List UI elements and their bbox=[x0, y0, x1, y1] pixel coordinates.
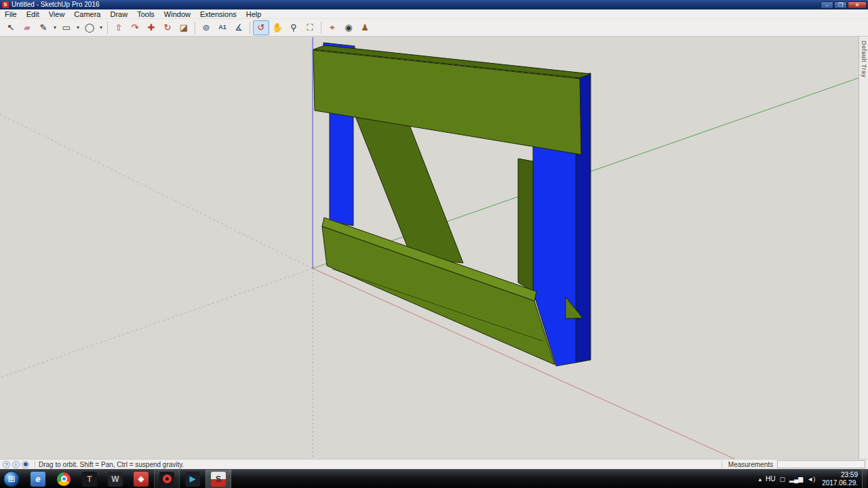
line-tool-dropdown[interactable]: ▾ bbox=[52, 20, 58, 35]
follow-me-icon: ↷ bbox=[132, 23, 139, 32]
text-icon: A1 bbox=[218, 24, 226, 30]
menu-file[interactable]: File bbox=[0, 9, 22, 19]
taskbar-world-of-tanks[interactable]: T bbox=[77, 470, 102, 488]
circle-tool[interactable]: ◯ bbox=[81, 20, 98, 35]
model-viewport[interactable]: Default Tray bbox=[0, 37, 868, 459]
look-around-icon: ◉ bbox=[344, 23, 352, 32]
close-button[interactable]: ✕ bbox=[848, 1, 867, 9]
follow-me-tool[interactable]: ↷ bbox=[127, 20, 143, 35]
shapes-tool-dropdown[interactable]: ▾ bbox=[75, 20, 81, 35]
rotate-icon: ↻ bbox=[164, 23, 172, 32]
default-tray-label: Default Tray bbox=[861, 37, 867, 78]
volume-icon[interactable]: ◄) bbox=[807, 476, 815, 483]
credits-icon[interactable]: i bbox=[12, 461, 20, 468]
status-divider bbox=[35, 461, 35, 468]
system-tray: ▴ HU ▢ ▂▄▆ ◄) 23:59 2017.06.29. bbox=[759, 470, 868, 488]
diagonal-brace-upper-end[interactable] bbox=[518, 159, 533, 291]
text-tool[interactable]: A1 bbox=[214, 20, 231, 35]
zoom-extents-tool[interactable]: ⛶ bbox=[302, 20, 318, 35]
media-player-icon: ▶ bbox=[185, 472, 200, 487]
window-title: Untitled - SketchUp Pro 2016 bbox=[12, 0, 821, 9]
taskbar-wargaming-center[interactable]: W bbox=[102, 470, 128, 488]
red-media-app-icon: ◈ bbox=[134, 472, 149, 487]
status-hint: Drag to orbit. Shift = Pan, Ctrl = suspe… bbox=[39, 461, 718, 468]
menu-window[interactable]: Window bbox=[159, 9, 195, 19]
hidden-icons-button[interactable]: ▴ bbox=[759, 476, 762, 483]
tape-measure-tool[interactable]: ⊚ bbox=[198, 20, 214, 35]
chrome-dot bbox=[62, 477, 66, 481]
taskbar-media-player[interactable]: ▶ bbox=[180, 470, 205, 488]
line-tool[interactable]: ✎ bbox=[35, 20, 52, 35]
measurements-input[interactable] bbox=[777, 460, 865, 468]
toolbar-separator bbox=[250, 22, 250, 34]
title-bar: S Untitled - SketchUp Pro 2016 – ❐ ✕ bbox=[0, 0, 868, 9]
taskbar-sketchup[interactable]: S bbox=[205, 470, 231, 488]
taskbar-chrome[interactable] bbox=[51, 470, 77, 488]
select-tool[interactable]: ↖ bbox=[3, 20, 19, 35]
world-of-tanks-icon: T bbox=[82, 472, 97, 487]
toolbar-separator bbox=[107, 22, 108, 34]
minimize-button[interactable]: – bbox=[821, 1, 833, 9]
model-canvas[interactable] bbox=[0, 37, 859, 459]
clock-date: 2017.06.29. bbox=[822, 479, 858, 487]
menu-camera[interactable]: Camera bbox=[69, 9, 105, 19]
eraser-tool[interactable]: ▰ bbox=[19, 20, 35, 35]
pencil-icon: ✎ bbox=[40, 23, 47, 32]
orbit-icon: ↺ bbox=[258, 23, 265, 32]
push-pull-icon: ⇧ bbox=[115, 23, 123, 32]
taskbar-red-media-app[interactable]: ◈ bbox=[128, 470, 154, 488]
wargaming-icon: W bbox=[108, 472, 123, 487]
menu-extensions[interactable]: Extensions bbox=[195, 9, 241, 19]
circle-icon: ◯ bbox=[85, 23, 95, 32]
look-around-tool[interactable]: ◉ bbox=[340, 20, 357, 35]
rotate-tool[interactable]: ↻ bbox=[159, 20, 176, 35]
taskbar-clock[interactable]: 23:59 2017.06.29. bbox=[819, 471, 858, 487]
default-tray-tab[interactable]: Default Tray bbox=[859, 37, 868, 459]
circle-tool-dropdown[interactable]: ▾ bbox=[98, 20, 104, 35]
shapes-tool[interactable]: ▭ bbox=[58, 20, 75, 35]
pan-tool[interactable]: ✋ bbox=[269, 20, 285, 35]
move-icon: ✚ bbox=[148, 23, 155, 32]
sketchup-icon: S bbox=[211, 472, 226, 487]
menu-edit[interactable]: Edit bbox=[22, 9, 44, 19]
menu-draw[interactable]: Draw bbox=[105, 9, 132, 19]
menu-tools[interactable]: Tools bbox=[132, 9, 159, 19]
paint-bucket-tool[interactable]: ◪ bbox=[176, 20, 192, 35]
zoom-tool[interactable]: ⚲ bbox=[285, 20, 302, 35]
toolbar-separator bbox=[321, 22, 321, 34]
window-controls: – ❐ ✕ bbox=[821, 1, 867, 9]
taskbar-internet-explorer[interactable]: e bbox=[25, 470, 51, 488]
sketchup-window: S Untitled - SketchUp Pro 2016 – ❐ ✕ Fil… bbox=[0, 0, 868, 488]
action-center-icon[interactable]: ▢ bbox=[780, 476, 786, 483]
pan-hand-icon: ✋ bbox=[272, 23, 283, 32]
show-desktop-button[interactable] bbox=[862, 470, 867, 488]
protractor-icon: ∡ bbox=[235, 23, 243, 32]
network-icon[interactable]: ▂▄▆ bbox=[789, 476, 803, 483]
zoom-icon: ⚲ bbox=[290, 23, 297, 32]
clock-time: 23:59 bbox=[822, 471, 858, 479]
status-bar: ? i ⚉ Drag to orbit. Shift = Pan, Ctrl =… bbox=[0, 459, 868, 469]
language-indicator[interactable]: HU bbox=[766, 475, 775, 483]
select-icon: ↖ bbox=[7, 23, 15, 32]
position-camera-tool[interactable]: ⌖ bbox=[324, 20, 340, 35]
push-pull-tool[interactable]: ⇧ bbox=[111, 20, 127, 35]
move-tool[interactable]: ✚ bbox=[143, 20, 159, 35]
maximize-button[interactable]: ❐ bbox=[834, 1, 847, 9]
status-divider bbox=[722, 461, 722, 468]
measurements-label: Measurements bbox=[728, 461, 773, 468]
taskbar-opera[interactable] bbox=[154, 470, 180, 488]
walk-icon: ♟ bbox=[361, 23, 369, 32]
position-camera-icon: ⌖ bbox=[330, 23, 334, 32]
start-button[interactable]: ⊞ bbox=[3, 471, 20, 487]
menu-bar: File Edit View Camera Draw Tools Window … bbox=[0, 9, 868, 19]
menu-view[interactable]: View bbox=[44, 9, 70, 19]
green-axis-negative bbox=[0, 268, 313, 378]
menu-help[interactable]: Help bbox=[241, 9, 267, 19]
left-post-front-face[interactable] bbox=[330, 108, 353, 226]
walk-tool[interactable]: ♟ bbox=[357, 20, 373, 35]
orbit-tool[interactable]: ↺ bbox=[253, 20, 269, 35]
model[interactable] bbox=[313, 43, 591, 366]
sign-in-icon[interactable]: ⚉ bbox=[22, 461, 29, 468]
geolocation-icon[interactable]: ? bbox=[3, 461, 10, 468]
protractor-tool[interactable]: ∡ bbox=[231, 20, 247, 35]
